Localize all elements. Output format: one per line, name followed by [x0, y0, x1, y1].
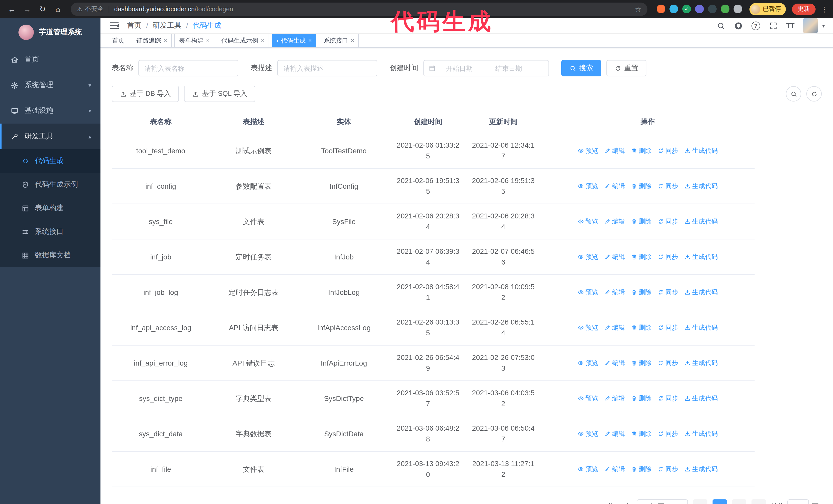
sidebar-item-infrastructure[interactable]: 基础设施 ▾ [0, 98, 100, 124]
next-page-button[interactable]: › [752, 499, 766, 504]
preview-link[interactable]: 预览 [578, 287, 598, 297]
sync-link[interactable]: 同步 [658, 216, 678, 227]
sidebar-item-system-api[interactable]: 系统接口 [0, 220, 100, 243]
prev-page-button[interactable]: ‹ [693, 499, 708, 504]
forward-icon[interactable]: → [21, 2, 34, 16]
back-icon[interactable]: ← [5, 2, 19, 16]
close-icon[interactable]: × [308, 37, 312, 44]
sidebar-item-db-docs[interactable]: 数据库文档 [0, 243, 100, 267]
date-range-picker[interactable]: - [423, 60, 549, 76]
table-name-input[interactable] [138, 60, 238, 76]
user-avatar[interactable] [803, 18, 818, 33]
generate-code-link[interactable]: 生成代码 [684, 393, 718, 404]
import-db-button[interactable]: 基于 DB 导入 [112, 86, 179, 102]
reset-button[interactable]: 重置 [606, 60, 646, 76]
close-icon[interactable]: × [164, 37, 167, 44]
browser-home-icon[interactable]: ⌂ [51, 2, 65, 16]
breadcrumb-dev-tools[interactable]: 研发工具 [153, 21, 182, 30]
refresh-table-button[interactable] [806, 86, 822, 101]
generate-code-link[interactable]: 生成代码 [684, 358, 718, 368]
preview-link[interactable]: 预览 [578, 145, 598, 156]
search-icon[interactable] [717, 21, 725, 30]
sync-link[interactable]: 同步 [658, 251, 678, 262]
start-date-input[interactable] [438, 64, 481, 72]
generate-code-link[interactable]: 生成代码 [684, 287, 718, 297]
github-icon[interactable] [734, 21, 743, 30]
goto-page-input[interactable] [787, 499, 809, 504]
preview-link[interactable]: 预览 [578, 251, 598, 262]
edit-link[interactable]: 编辑 [604, 322, 625, 333]
breadcrumb-home[interactable]: 首页 [127, 21, 142, 30]
edit-link[interactable]: 编辑 [604, 181, 625, 192]
edit-link[interactable]: 编辑 [604, 145, 625, 156]
sidebar-item-system-management[interactable]: 系统管理 ▾ [0, 72, 100, 98]
tab-form-builder[interactable]: 表单构建 × [174, 34, 214, 47]
bookmark-star-icon[interactable]: ☆ [635, 5, 641, 13]
page-button-1[interactable]: 1 [713, 499, 727, 504]
extension-icon-1[interactable] [657, 5, 665, 13]
delete-link[interactable]: 删除 [631, 216, 651, 227]
generate-code-link[interactable]: 生成代码 [684, 251, 718, 262]
sync-link[interactable]: 同步 [658, 287, 678, 297]
generate-code-link[interactable]: 生成代码 [684, 145, 718, 156]
delete-link[interactable]: 删除 [631, 428, 651, 439]
preview-link[interactable]: 预览 [578, 464, 598, 475]
generate-code-link[interactable]: 生成代码 [684, 464, 718, 475]
sidebar-item-dev-tools[interactable]: 研发工具 ▴ [0, 124, 100, 149]
search-button[interactable]: 搜索 [561, 60, 601, 76]
generate-code-link[interactable]: 生成代码 [684, 322, 718, 333]
sync-link[interactable]: 同步 [658, 393, 678, 404]
preview-link[interactable]: 预览 [578, 358, 598, 368]
browser-update-button[interactable]: 更新 [792, 3, 815, 15]
close-icon[interactable]: × [261, 37, 264, 44]
sidebar-item-home[interactable]: 首页 [0, 47, 100, 72]
page-size-select[interactable]: 10条/页 ▾ [637, 499, 688, 504]
preview-link[interactable]: 预览 [578, 393, 598, 404]
extension-icon-6[interactable] [721, 5, 730, 13]
extension-icon-2[interactable] [669, 5, 678, 13]
import-sql-button[interactable]: 基于 SQL 导入 [184, 86, 256, 102]
delete-link[interactable]: 删除 [631, 287, 651, 297]
page-button-2[interactable]: 2 [732, 499, 746, 504]
tab-codegen-example[interactable]: 代码生成示例 × [217, 34, 269, 47]
extension-icon-4[interactable] [695, 5, 704, 13]
profile-sync-paused-badge[interactable]: 已暂停 [749, 3, 786, 15]
sync-link[interactable]: 同步 [658, 181, 678, 192]
end-date-input[interactable] [487, 64, 530, 72]
delete-link[interactable]: 删除 [631, 358, 651, 368]
sync-link[interactable]: 同步 [658, 358, 678, 368]
toggle-search-button[interactable] [786, 86, 801, 101]
extension-icon-5[interactable] [708, 5, 717, 13]
font-size-icon[interactable]: TT [786, 22, 794, 30]
close-icon[interactable]: × [351, 37, 355, 44]
delete-link[interactable]: 删除 [631, 322, 651, 333]
edit-link[interactable]: 编辑 [604, 464, 625, 475]
help-icon[interactable]: ? [752, 21, 760, 30]
extensions-puzzle-icon[interactable] [734, 5, 742, 13]
delete-link[interactable]: 删除 [631, 181, 651, 192]
preview-link[interactable]: 预览 [578, 322, 598, 333]
delete-link[interactable]: 删除 [631, 251, 651, 262]
generate-code-link[interactable]: 生成代码 [684, 216, 718, 227]
edit-link[interactable]: 编辑 [604, 358, 625, 368]
table-desc-input[interactable] [277, 60, 377, 76]
tab-home[interactable]: 首页 [108, 34, 129, 47]
edit-link[interactable]: 编辑 [604, 216, 625, 227]
sidebar-item-codegen-example[interactable]: 代码生成示例 [0, 173, 100, 196]
reload-icon[interactable]: ↻ [36, 2, 49, 16]
sync-link[interactable]: 同步 [658, 322, 678, 333]
sidebar-item-form-builder[interactable]: 表单构建 [0, 196, 100, 220]
preview-link[interactable]: 预览 [578, 181, 598, 192]
generate-code-link[interactable]: 生成代码 [684, 428, 718, 439]
tab-codegen[interactable]: ● 代码生成 × [272, 34, 316, 47]
sync-link[interactable]: 同步 [658, 428, 678, 439]
edit-link[interactable]: 编辑 [604, 287, 625, 297]
fullscreen-icon[interactable] [769, 21, 778, 30]
close-icon[interactable]: × [206, 37, 210, 44]
delete-link[interactable]: 删除 [631, 393, 651, 404]
browser-menu-icon[interactable]: ⋮ [821, 5, 828, 13]
preview-link[interactable]: 预览 [578, 428, 598, 439]
edit-link[interactable]: 编辑 [604, 251, 625, 262]
delete-link[interactable]: 删除 [631, 145, 651, 156]
sync-link[interactable]: 同步 [658, 464, 678, 475]
